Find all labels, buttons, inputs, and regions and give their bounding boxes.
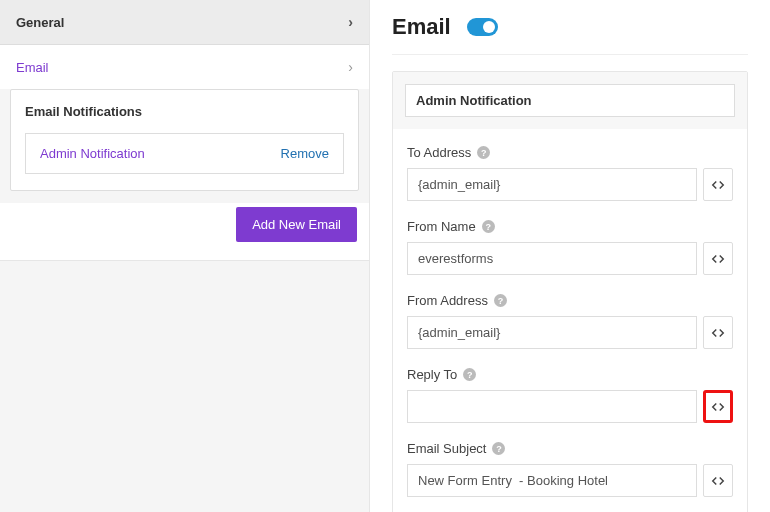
nav-email-label: Email (16, 60, 49, 75)
chevron-right-icon: › (348, 14, 353, 30)
email-subject-label: Email Subject (407, 441, 486, 456)
code-icon (711, 178, 725, 192)
notification-name-input[interactable] (405, 84, 735, 117)
help-icon[interactable]: ? (494, 294, 507, 307)
reply-to-input[interactable] (407, 390, 697, 423)
smart-tags-button[interactable] (703, 464, 733, 497)
from-name-input[interactable] (407, 242, 697, 275)
from-address-input[interactable] (407, 316, 697, 349)
chevron-right-icon: › (348, 59, 353, 75)
smart-tags-button[interactable] (703, 168, 733, 201)
help-icon[interactable]: ? (482, 220, 495, 233)
to-address-label: To Address (407, 145, 471, 160)
from-address-label: From Address (407, 293, 488, 308)
email-notifications-heading: Email Notifications (25, 104, 344, 119)
to-address-input[interactable] (407, 168, 697, 201)
nav-email[interactable]: Email › (0, 45, 369, 89)
help-icon[interactable]: ? (492, 442, 505, 455)
sidebar-empty-area (0, 261, 369, 512)
email-settings-panel: To Address ? From Name ? (392, 71, 748, 512)
smart-tags-button[interactable] (703, 242, 733, 275)
code-icon (711, 400, 725, 414)
email-notifications-card: Email Notifications Admin Notification R… (10, 89, 359, 191)
page-title: Email (392, 14, 451, 40)
remove-link[interactable]: Remove (281, 146, 329, 161)
code-icon (711, 326, 725, 340)
add-new-email-button[interactable]: Add New Email (236, 207, 357, 242)
nav-general[interactable]: General › (0, 0, 369, 45)
help-icon[interactable]: ? (463, 368, 476, 381)
from-name-label: From Name (407, 219, 476, 234)
code-icon (711, 474, 725, 488)
nav-general-label: General (16, 15, 64, 30)
smart-tags-button[interactable] (703, 316, 733, 349)
code-icon (711, 252, 725, 266)
email-subject-input[interactable] (407, 464, 697, 497)
reply-to-label: Reply To (407, 367, 457, 382)
notification-name: Admin Notification (40, 146, 145, 161)
smart-tags-button[interactable] (703, 390, 733, 423)
help-icon[interactable]: ? (477, 146, 490, 159)
email-toggle[interactable] (467, 18, 498, 36)
notification-row[interactable]: Admin Notification Remove (25, 133, 344, 174)
